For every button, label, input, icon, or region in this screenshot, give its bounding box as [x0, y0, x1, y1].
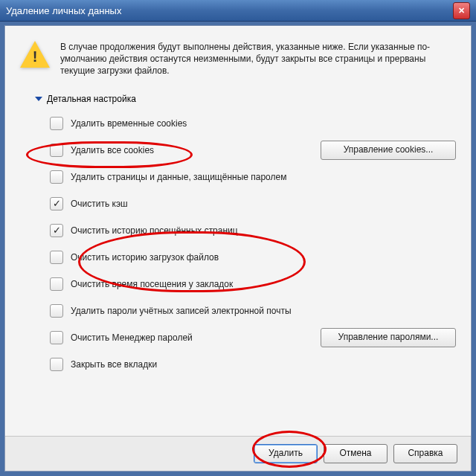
dialog-footer: Удалить Отмена Справка	[5, 436, 471, 471]
checkbox[interactable]	[50, 304, 63, 318]
option-label: Очистить историю посещённых страниц	[71, 225, 238, 236]
checkbox[interactable]	[50, 358, 63, 371]
manage-button[interactable]: Управление cookies...	[321, 141, 456, 160]
cancel-button[interactable]: Отмена	[324, 444, 387, 463]
option-label: Удалить все cookies	[71, 145, 154, 155]
warning-icon	[20, 41, 50, 71]
detail-toggle[interactable]: Детальная настройка	[35, 94, 456, 104]
option-row: Удалить страницы и данные, защищённые па…	[50, 164, 456, 190]
option-label: Очистить кэш	[71, 199, 128, 209]
titlebar: Удаление личных данных ✕	[0, 0, 476, 22]
dialog-window: Удаление личных данных ✕ В случае продол…	[0, 0, 476, 476]
chevron-down-icon	[35, 97, 42, 101]
help-button[interactable]: Справка	[393, 444, 457, 463]
option-label: Очистить Менеджер паролей	[71, 332, 193, 343]
option-row: Закрыть все вкладки	[50, 351, 456, 378]
checkbox[interactable]	[50, 251, 63, 264]
option-label: Очистить время посещения у закладок	[71, 279, 233, 289]
option-row: Очистить время посещения у закладок	[50, 271, 456, 298]
option-row: Удалить пароли учётных записей электронн…	[50, 298, 456, 324]
checkbox[interactable]	[50, 117, 63, 130]
close-button[interactable]: ✕	[453, 2, 470, 19]
checkbox[interactable]	[50, 331, 63, 344]
delete-button[interactable]: Удалить	[254, 444, 318, 463]
option-label: Закрыть все вкладки	[71, 359, 157, 370]
option-label: Удалить пароли учётных записей электронн…	[71, 306, 292, 316]
option-label: Удалить страницы и данные, защищённые па…	[71, 172, 286, 182]
dialog-body: В случае продолжения будут выполнены дей…	[4, 25, 472, 472]
option-label: Удалить временные cookies	[71, 118, 187, 129]
options-list: Удалить временные cookiesУдалить все coo…	[50, 110, 456, 378]
option-row: ✓Очистить кэш	[50, 190, 456, 217]
checkbox[interactable]: ✓	[50, 197, 63, 210]
checkbox[interactable]	[50, 144, 63, 157]
option-label: Очистить историю загрузок файлов	[71, 252, 219, 263]
close-icon: ✕	[458, 6, 465, 16]
option-row: Очистить историю загрузок файлов	[50, 244, 456, 271]
checkbox[interactable]: ✓	[50, 224, 63, 237]
checkbox[interactable]	[50, 277, 63, 291]
option-row: Удалить временные cookies	[50, 110, 456, 137]
checkbox[interactable]	[50, 170, 63, 184]
window-title: Удаление личных данных	[6, 5, 121, 16]
option-row: Очистить Менеджер паролейУправление паро…	[50, 324, 456, 351]
manage-button[interactable]: Управление паролями...	[321, 328, 456, 347]
option-row: Удалить все cookiesУправление cookies...	[50, 137, 456, 164]
intro-text: В случае продолжения будут выполнены дей…	[60, 41, 456, 77]
option-row: ✓Очистить историю посещённых страниц	[50, 217, 456, 244]
detail-toggle-label: Детальная настройка	[47, 94, 136, 104]
